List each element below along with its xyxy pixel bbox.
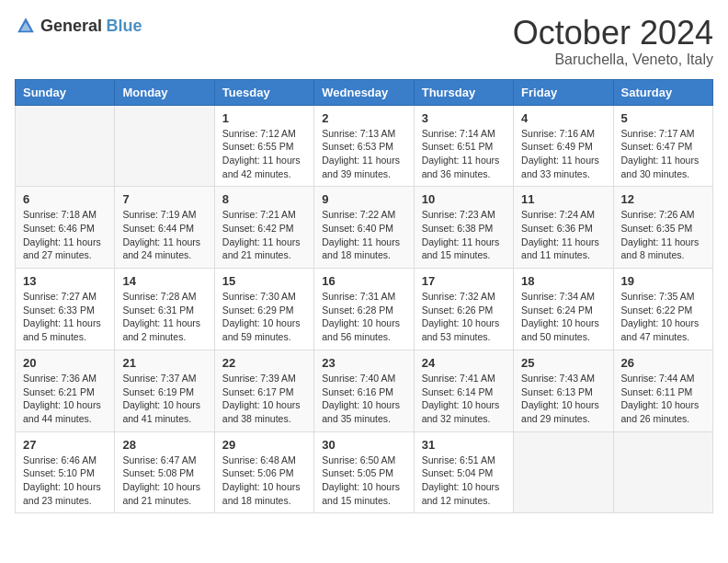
calendar-cell: 23Sunrise: 7:40 AM Sunset: 6:16 PM Dayli… xyxy=(314,350,414,431)
weekday-header-sunday: Sunday xyxy=(16,79,115,105)
calendar-cell: 22Sunrise: 7:39 AM Sunset: 6:17 PM Dayli… xyxy=(214,350,313,431)
day-info: Sunrise: 6:46 AM Sunset: 5:10 PM Dayligh… xyxy=(23,454,107,508)
day-number: 13 xyxy=(23,274,107,288)
calendar-cell: 7Sunrise: 7:19 AM Sunset: 6:44 PM Daylig… xyxy=(115,187,214,269)
calendar-cell: 18Sunrise: 7:34 AM Sunset: 6:24 PM Dayli… xyxy=(514,269,613,350)
day-info: Sunrise: 7:35 AM Sunset: 6:22 PM Dayligh… xyxy=(621,290,705,344)
day-info: Sunrise: 7:19 AM Sunset: 6:44 PM Dayligh… xyxy=(122,208,206,262)
day-info: Sunrise: 7:43 AM Sunset: 6:13 PM Dayligh… xyxy=(521,372,605,426)
calendar-week-row: 20Sunrise: 7:36 AM Sunset: 6:21 PM Dayli… xyxy=(16,350,713,431)
day-info: Sunrise: 7:31 AM Sunset: 6:28 PM Dayligh… xyxy=(322,290,405,344)
day-number: 5 xyxy=(621,111,705,125)
calendar-cell: 11Sunrise: 7:24 AM Sunset: 6:36 PM Dayli… xyxy=(514,187,613,269)
month-title: October 2024 xyxy=(513,15,713,52)
calendar-cell: 12Sunrise: 7:26 AM Sunset: 6:35 PM Dayli… xyxy=(613,187,712,269)
calendar-cell: 13Sunrise: 7:27 AM Sunset: 6:33 PM Dayli… xyxy=(16,269,115,350)
day-number: 31 xyxy=(422,438,506,452)
calendar-cell: 2Sunrise: 7:13 AM Sunset: 6:53 PM Daylig… xyxy=(314,105,414,187)
calendar-cell: 28Sunrise: 6:47 AM Sunset: 5:08 PM Dayli… xyxy=(115,431,214,513)
day-number: 7 xyxy=(122,192,206,206)
day-info: Sunrise: 6:48 AM Sunset: 5:06 PM Dayligh… xyxy=(222,454,306,508)
calendar-week-row: 6Sunrise: 7:18 AM Sunset: 6:46 PM Daylig… xyxy=(16,187,713,269)
calendar-cell xyxy=(514,431,613,513)
weekday-header-tuesday: Tuesday xyxy=(214,79,313,105)
logo: General Blue xyxy=(15,15,142,37)
day-number: 1 xyxy=(222,111,306,125)
day-number: 27 xyxy=(23,438,107,452)
day-info: Sunrise: 7:18 AM Sunset: 6:46 PM Dayligh… xyxy=(23,208,107,262)
day-info: Sunrise: 7:26 AM Sunset: 6:35 PM Dayligh… xyxy=(621,208,705,262)
day-number: 14 xyxy=(122,274,206,288)
calendar-cell: 8Sunrise: 7:21 AM Sunset: 6:42 PM Daylig… xyxy=(214,187,313,269)
day-number: 29 xyxy=(222,438,306,452)
day-number: 17 xyxy=(422,274,506,288)
day-number: 16 xyxy=(322,274,405,288)
day-info: Sunrise: 7:13 AM Sunset: 6:53 PM Dayligh… xyxy=(322,127,405,181)
calendar-cell: 31Sunrise: 6:51 AM Sunset: 5:04 PM Dayli… xyxy=(414,431,513,513)
day-info: Sunrise: 6:50 AM Sunset: 5:05 PM Dayligh… xyxy=(322,454,405,508)
logo-icon xyxy=(15,15,37,37)
calendar-cell: 1Sunrise: 7:12 AM Sunset: 6:55 PM Daylig… xyxy=(214,105,313,187)
calendar-cell: 9Sunrise: 7:22 AM Sunset: 6:40 PM Daylig… xyxy=(314,187,414,269)
weekday-header-row: SundayMondayTuesdayWednesdayThursdayFrid… xyxy=(16,79,713,105)
logo-general: General Blue xyxy=(40,17,142,35)
day-info: Sunrise: 7:17 AM Sunset: 6:47 PM Dayligh… xyxy=(621,127,705,181)
day-number: 6 xyxy=(23,192,107,206)
day-number: 19 xyxy=(621,274,705,288)
day-number: 8 xyxy=(222,192,306,206)
weekday-header-monday: Monday xyxy=(115,79,214,105)
title-block: October 2024 Baruchella, Veneto, Italy xyxy=(513,15,713,68)
day-number: 28 xyxy=(122,438,206,452)
day-info: Sunrise: 7:41 AM Sunset: 6:14 PM Dayligh… xyxy=(422,372,506,426)
day-info: Sunrise: 7:37 AM Sunset: 6:19 PM Dayligh… xyxy=(122,372,206,426)
day-number: 4 xyxy=(521,111,605,125)
day-number: 9 xyxy=(322,192,405,206)
weekday-header-friday: Friday xyxy=(514,79,613,105)
day-number: 3 xyxy=(422,111,506,125)
calendar-cell: 10Sunrise: 7:23 AM Sunset: 6:38 PM Dayli… xyxy=(414,187,513,269)
day-info: Sunrise: 7:16 AM Sunset: 6:49 PM Dayligh… xyxy=(521,127,605,181)
day-info: Sunrise: 7:24 AM Sunset: 6:36 PM Dayligh… xyxy=(521,208,605,262)
location-subtitle: Baruchella, Veneto, Italy xyxy=(513,52,713,68)
weekday-header-saturday: Saturday xyxy=(613,79,712,105)
calendar-week-row: 1Sunrise: 7:12 AM Sunset: 6:55 PM Daylig… xyxy=(16,105,713,187)
calendar-cell: 24Sunrise: 7:41 AM Sunset: 6:14 PM Dayli… xyxy=(414,350,513,431)
day-number: 25 xyxy=(521,356,605,370)
day-info: Sunrise: 6:47 AM Sunset: 5:08 PM Dayligh… xyxy=(122,454,206,508)
day-number: 30 xyxy=(322,438,405,452)
calendar-cell: 26Sunrise: 7:44 AM Sunset: 6:11 PM Dayli… xyxy=(613,350,712,431)
calendar-cell: 19Sunrise: 7:35 AM Sunset: 6:22 PM Dayli… xyxy=(613,269,712,350)
calendar-cell xyxy=(115,105,214,187)
calendar-cell: 3Sunrise: 7:14 AM Sunset: 6:51 PM Daylig… xyxy=(414,105,513,187)
calendar-cell: 25Sunrise: 7:43 AM Sunset: 6:13 PM Dayli… xyxy=(514,350,613,431)
calendar-week-row: 27Sunrise: 6:46 AM Sunset: 5:10 PM Dayli… xyxy=(16,431,713,513)
calendar-cell: 14Sunrise: 7:28 AM Sunset: 6:31 PM Dayli… xyxy=(115,269,214,350)
day-number: 10 xyxy=(422,192,506,206)
calendar-cell: 30Sunrise: 6:50 AM Sunset: 5:05 PM Dayli… xyxy=(314,431,414,513)
day-info: Sunrise: 7:34 AM Sunset: 6:24 PM Dayligh… xyxy=(521,290,605,344)
day-info: Sunrise: 7:28 AM Sunset: 6:31 PM Dayligh… xyxy=(122,290,206,344)
day-number: 24 xyxy=(422,356,506,370)
calendar-cell: 6Sunrise: 7:18 AM Sunset: 6:46 PM Daylig… xyxy=(16,187,115,269)
calendar-cell: 16Sunrise: 7:31 AM Sunset: 6:28 PM Dayli… xyxy=(314,269,414,350)
calendar-cell: 29Sunrise: 6:48 AM Sunset: 5:06 PM Dayli… xyxy=(214,431,313,513)
day-info: Sunrise: 7:21 AM Sunset: 6:42 PM Dayligh… xyxy=(222,208,306,262)
calendar-cell: 20Sunrise: 7:36 AM Sunset: 6:21 PM Dayli… xyxy=(16,350,115,431)
day-info: Sunrise: 7:22 AM Sunset: 6:40 PM Dayligh… xyxy=(322,208,405,262)
day-info: Sunrise: 7:44 AM Sunset: 6:11 PM Dayligh… xyxy=(621,372,705,426)
day-info: Sunrise: 7:23 AM Sunset: 6:38 PM Dayligh… xyxy=(422,208,506,262)
calendar-cell: 21Sunrise: 7:37 AM Sunset: 6:19 PM Dayli… xyxy=(115,350,214,431)
day-info: Sunrise: 7:36 AM Sunset: 6:21 PM Dayligh… xyxy=(23,372,107,426)
day-number: 2 xyxy=(322,111,405,125)
day-number: 23 xyxy=(322,356,405,370)
calendar-table: SundayMondayTuesdayWednesdayThursdayFrid… xyxy=(15,79,713,514)
weekday-header-wednesday: Wednesday xyxy=(314,79,414,105)
day-number: 26 xyxy=(621,356,705,370)
calendar-cell: 15Sunrise: 7:30 AM Sunset: 6:29 PM Dayli… xyxy=(214,269,313,350)
calendar-cell: 27Sunrise: 6:46 AM Sunset: 5:10 PM Dayli… xyxy=(16,431,115,513)
day-info: Sunrise: 6:51 AM Sunset: 5:04 PM Dayligh… xyxy=(422,454,506,508)
day-info: Sunrise: 7:12 AM Sunset: 6:55 PM Dayligh… xyxy=(222,127,306,181)
day-info: Sunrise: 7:30 AM Sunset: 6:29 PM Dayligh… xyxy=(222,290,306,344)
day-info: Sunrise: 7:14 AM Sunset: 6:51 PM Dayligh… xyxy=(422,127,506,181)
day-number: 21 xyxy=(122,356,206,370)
